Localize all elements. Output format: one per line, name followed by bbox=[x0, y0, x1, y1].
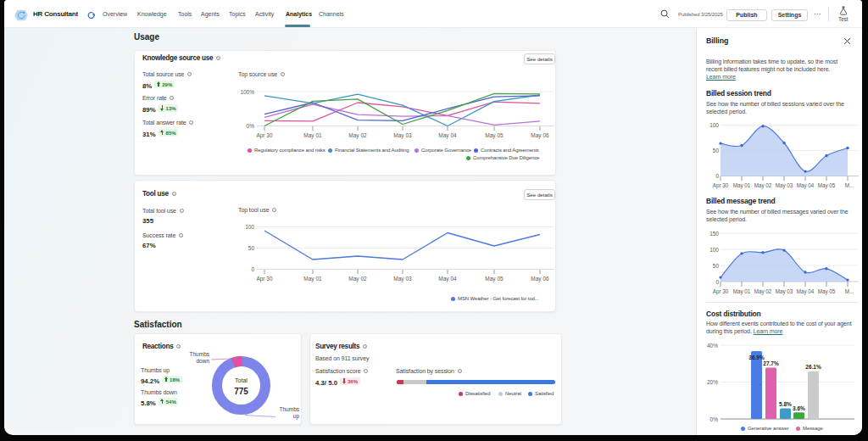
svg-text:May 05: May 05 bbox=[485, 276, 504, 282]
svg-text:May 05: May 05 bbox=[818, 182, 836, 189]
svg-text:3.6%: 3.6% bbox=[793, 405, 805, 411]
svg-text:150: 150 bbox=[709, 231, 719, 237]
svg-text:May 01: May 01 bbox=[303, 132, 322, 139]
svg-text:May 05: May 05 bbox=[485, 132, 504, 139]
svg-text:100: 100 bbox=[709, 122, 719, 128]
svg-text:May 02: May 02 bbox=[348, 276, 367, 282]
svg-text:0%: 0% bbox=[247, 123, 255, 129]
svg-text:May 05: May 05 bbox=[818, 288, 836, 295]
svg-text:May 04: May 04 bbox=[438, 276, 457, 282]
svg-text:100: 100 bbox=[709, 247, 719, 253]
svg-text:M...: M... bbox=[845, 288, 854, 294]
svg-text:May 01: May 01 bbox=[733, 182, 751, 189]
svg-text:May 01: May 01 bbox=[303, 276, 322, 282]
svg-text:M...: M... bbox=[845, 182, 854, 188]
svg-text:36.9%: 36.9% bbox=[748, 354, 765, 360]
svg-text:May 04: May 04 bbox=[797, 182, 815, 189]
svg-text:50: 50 bbox=[713, 263, 720, 269]
svg-text:40%: 40% bbox=[707, 343, 718, 349]
svg-text:Apr 30: Apr 30 bbox=[256, 132, 273, 139]
svg-text:May 02: May 02 bbox=[348, 132, 367, 139]
svg-text:26.1%: 26.1% bbox=[805, 364, 821, 370]
svg-text:May 03: May 03 bbox=[393, 132, 412, 139]
svg-text:20%: 20% bbox=[707, 379, 718, 385]
svg-text:May 04: May 04 bbox=[797, 288, 815, 295]
svg-text:Total: Total bbox=[235, 377, 248, 383]
svg-text:100: 100 bbox=[245, 224, 254, 230]
svg-text:May 04: May 04 bbox=[438, 132, 457, 139]
svg-text:May 03: May 03 bbox=[776, 288, 793, 295]
svg-text:May 06: May 06 bbox=[531, 276, 549, 282]
svg-text:100%: 100% bbox=[240, 89, 254, 95]
svg-text:50: 50 bbox=[248, 245, 255, 251]
svg-text:27.7%: 27.7% bbox=[763, 360, 779, 366]
svg-text:50: 50 bbox=[713, 148, 720, 154]
svg-text:May 01: May 01 bbox=[733, 288, 751, 295]
svg-text:Apr 30: Apr 30 bbox=[713, 288, 729, 295]
svg-text:0: 0 bbox=[715, 173, 719, 179]
svg-text:775: 775 bbox=[234, 387, 248, 396]
svg-text:0%: 0% bbox=[710, 416, 719, 422]
svg-text:5.8%: 5.8% bbox=[779, 401, 792, 407]
svg-text:0: 0 bbox=[251, 266, 254, 272]
svg-text:May 02: May 02 bbox=[754, 182, 772, 189]
svg-text:May 03: May 03 bbox=[393, 276, 412, 282]
svg-text:0: 0 bbox=[715, 279, 719, 285]
svg-text:Apr 30: Apr 30 bbox=[713, 182, 729, 189]
svg-text:May 02: May 02 bbox=[754, 288, 772, 295]
svg-text:Apr 30: Apr 30 bbox=[256, 276, 273, 282]
svg-text:May 03: May 03 bbox=[776, 182, 793, 189]
svg-text:May 06: May 06 bbox=[531, 132, 549, 139]
